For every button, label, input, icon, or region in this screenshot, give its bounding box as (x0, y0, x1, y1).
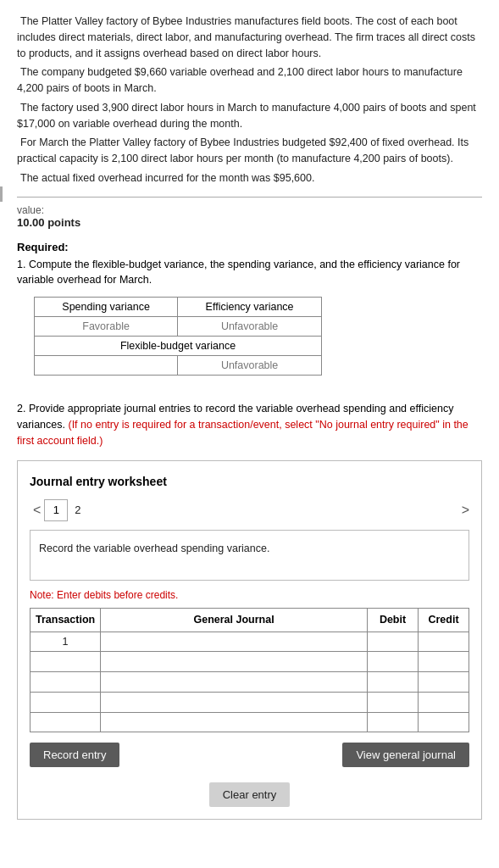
table-row (30, 692, 469, 712)
gj-input-5[interactable] (101, 712, 368, 732)
debit-input-5[interactable] (368, 712, 419, 732)
flexible-budget-unfavorable-input[interactable] (212, 359, 288, 371)
credit-field-4[interactable] (422, 696, 465, 708)
trans-2 (30, 652, 101, 672)
view-general-journal-button[interactable]: View general journal (342, 743, 469, 767)
credit-input-4[interactable] (419, 692, 469, 712)
table-row: 1 (30, 632, 469, 652)
efficiency-unfavorable-cell[interactable] (178, 317, 322, 337)
debit-input-4[interactable] (368, 692, 419, 712)
value-points: 10.00 points (17, 216, 482, 229)
gj-input-2[interactable] (101, 652, 368, 672)
instruction-box: Record the variable overhead spending va… (30, 530, 469, 581)
nav-right-arrow[interactable]: > (462, 500, 469, 520)
table-row (30, 712, 469, 732)
required-section: Required: 1. Compute the flexible-budget… (17, 241, 482, 376)
table-row (30, 652, 469, 672)
debit-input-1[interactable] (368, 632, 419, 652)
gj-field-5[interactable] (104, 716, 363, 728)
variance-table: Spending variance Efficiency variance Fl… (34, 297, 322, 376)
intro-text: The Platter Valley factory of Bybee Indu… (17, 14, 482, 186)
debit-field-4[interactable] (371, 696, 414, 708)
gj-input-3[interactable] (101, 672, 368, 693)
gj-input-4[interactable] (101, 692, 368, 712)
variance-table-wrapper: Spending variance Efficiency variance Fl… (34, 297, 482, 376)
efficiency-unfavorable-input[interactable] (212, 320, 288, 332)
credit-field-5[interactable] (422, 716, 465, 728)
trans-3 (30, 672, 101, 693)
trans-1: 1 (30, 632, 101, 652)
flexible-budget-label: Flexible-budget variance (35, 337, 322, 356)
col-general-journal: General Journal (101, 608, 368, 632)
col-transaction: Transaction (30, 608, 101, 632)
trans-5 (30, 712, 101, 732)
col-credit: Credit (419, 608, 469, 632)
instruction-text: Record the variable overhead spending va… (39, 542, 269, 554)
debit-field-1[interactable] (371, 636, 414, 648)
flexible-budget-empty (35, 356, 178, 376)
flexible-budget-unfavorable-cell[interactable] (178, 356, 322, 376)
required-title: Required: (17, 241, 482, 253)
gj-field-4[interactable] (104, 696, 363, 708)
credit-field-3[interactable] (422, 676, 465, 687)
intro-para-5: The actual fixed overhead incurred for t… (17, 170, 482, 186)
gj-input-1[interactable] (101, 632, 368, 652)
section2-text: 2. Provide appropriate journal entries t… (17, 401, 482, 448)
section2-red-text: (If no entry is required for a transacti… (17, 419, 469, 447)
record-entry-button[interactable]: Record entry (30, 743, 119, 767)
intro-para-1: The Platter Valley factory of Bybee Indu… (17, 14, 482, 61)
col-debit: Debit (368, 608, 419, 632)
debit-field-3[interactable] (371, 676, 414, 687)
nav-left-arrow[interactable]: < (30, 500, 44, 520)
journal-title: Journal entry worksheet (30, 473, 469, 491)
intro-para-3: The factory used 3,900 direct labor hour… (17, 100, 482, 132)
table-row (30, 672, 469, 693)
credit-field-1[interactable] (422, 636, 465, 648)
section2: 2. Provide appropriate journal entries t… (17, 401, 482, 820)
trans-4 (30, 692, 101, 712)
spending-variance-header: Spending variance (35, 298, 178, 317)
required-item1: 1. Compute the flexible-budget variance,… (17, 257, 482, 289)
journal-table: Transaction General Journal Debit Credit… (30, 608, 469, 733)
credit-input-1[interactable] (419, 632, 469, 652)
debit-field-5[interactable] (371, 716, 414, 728)
credit-input-2[interactable] (419, 652, 469, 672)
value-label: value: (17, 204, 482, 216)
nav-page2[interactable]: 2 (68, 500, 87, 520)
gj-field-2[interactable] (104, 655, 363, 667)
journal-worksheet: Journal entry worksheet < 1 2 > Record t… (17, 460, 482, 820)
gj-field-3[interactable] (104, 676, 363, 687)
debit-input-2[interactable] (368, 652, 419, 672)
debit-input-3[interactable] (368, 672, 419, 693)
spending-favorable-input[interactable] (68, 320, 144, 332)
intro-para-4: For March the Platter Valley factory of … (17, 135, 482, 167)
clear-entry-button[interactable]: Clear entry (209, 782, 291, 807)
intro-para-2: The company budgeted $9,660 variable ove… (17, 64, 482, 97)
nav-page1[interactable]: 1 (44, 499, 68, 521)
spending-favorable-cell[interactable] (35, 317, 178, 337)
credit-input-3[interactable] (419, 672, 469, 693)
note-text: Note: Enter debits before credits. (30, 587, 469, 603)
credit-input-5[interactable] (419, 712, 469, 732)
gj-field-1[interactable] (104, 636, 363, 648)
button-row: Record entry View general journal (30, 743, 469, 767)
efficiency-variance-header: Efficiency variance (178, 298, 322, 317)
journal-nav: < 1 2 > (30, 499, 469, 521)
value-section: value: 10.00 points (17, 197, 482, 229)
clear-row: Clear entry (30, 774, 469, 807)
debit-field-2[interactable] (371, 655, 414, 667)
credit-field-2[interactable] (422, 655, 465, 667)
